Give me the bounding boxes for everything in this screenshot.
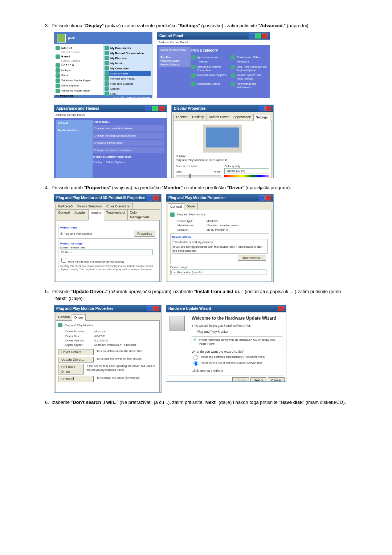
- cancel-button[interactable]: Cancel: [268, 377, 285, 382]
- monitor-icon: [58, 323, 62, 327]
- resolution-slider[interactable]: [176, 175, 221, 177]
- close-icon[interactable]: [262, 33, 268, 39]
- monitor-tab-dialog: Plug and Play Monitor and 3D Prophet III…: [54, 194, 162, 282]
- hide-modes-checkbox[interactable]: [61, 258, 66, 263]
- color-quality-select[interactable]: Highest (32 bit): [224, 168, 269, 174]
- cp2-sidebar: See Also Troubleshooters: [56, 120, 93, 178]
- cd-icon: 💿: [193, 338, 197, 342]
- pnp-general-dialog: Plug and Play Monitor Properties General…: [166, 194, 274, 282]
- appearance-title: Appearance and Themes: [56, 106, 99, 111]
- display-properties-dialog: Display Properties Themes Desktop Screen…: [171, 105, 274, 178]
- folder-options-icon[interactable]: Folder Options: [106, 161, 124, 164]
- tab-monitor[interactable]: Monitor: [88, 210, 104, 220]
- step-4-text: 4. Pritisnite gumb "Properties" (svojstv…: [45, 185, 356, 191]
- uninstall-button[interactable]: Uninstall: [58, 376, 94, 382]
- addressbar: Address Control Panel: [157, 40, 270, 45]
- control-panel-window: Control Panel Address Control Panel Swit…: [157, 32, 270, 98]
- task-resolution[interactable]: Change the screen resolution: [93, 147, 164, 153]
- task-background[interactable]: Change the desktop background: [93, 133, 164, 139]
- radio-auto[interactable]: Install the software automatically (Reco…: [192, 355, 282, 360]
- step-6-text: 6. Izaberite "Don't search ,I will.." (N…: [45, 399, 356, 406]
- start-left-column: Internet Internet Explorer E-mail Outloo…: [54, 44, 103, 95]
- display-tabs[interactable]: Themes Desktop Screen Saver Appearance S…: [173, 114, 272, 121]
- maximize-icon[interactable]: [255, 33, 261, 39]
- roll-back-button[interactable]: Roll Back Driver: [58, 364, 84, 374]
- update-driver-button[interactable]: Update Driver...: [58, 357, 94, 363]
- back-button: < Back: [232, 377, 249, 382]
- display-name: Plug and Play Monitor on 3D Prophet III: [176, 158, 269, 162]
- troubleshoot-button[interactable]: Troubleshoot...: [238, 255, 266, 261]
- control-panel-item[interactable]: Control Panel: [105, 71, 151, 76]
- wizard-icon: [170, 316, 185, 331]
- tab-driver[interactable]: Driver: [72, 314, 86, 321]
- monitor-icon: [170, 212, 175, 217]
- pick-a-task: Pick a task...: [93, 120, 164, 124]
- start-username: park: [68, 36, 75, 41]
- tab-settings[interactable]: Settings: [253, 114, 270, 121]
- display-icon[interactable]: Display: [93, 161, 102, 164]
- control-panel-title: Control Panel: [159, 33, 183, 39]
- properties-button[interactable]: Properties: [134, 231, 155, 237]
- monitor-tab-title: Plug and Play Monitor and 3D Prophet III…: [56, 195, 145, 200]
- device-usage-select[interactable]: Use this device (enable): [170, 270, 266, 275]
- minimize-icon[interactable]: [249, 33, 254, 39]
- hardware-update-wizard: Hardware Update Wizard Welcome to the Ha…: [166, 305, 286, 382]
- cp-heading: Pick a category: [191, 48, 268, 53]
- start-right-column: My Documents My Recent Documents ▸ My Pi…: [103, 44, 152, 95]
- or-pick-icon: or pick a Control Panel icon: [93, 155, 164, 159]
- cp-sidebar: Switch to Classic View See Also Windows …: [159, 47, 191, 67]
- radio-list[interactable]: Install from a list or specific location…: [192, 361, 282, 366]
- refresh-rate-select[interactable]: 60 Hertz: [60, 250, 153, 255]
- driver-tab-dialog: Plug and Play Monitor Properties General…: [54, 305, 162, 393]
- task-theme[interactable]: Change the computer's theme: [93, 125, 164, 131]
- wizard-heading: Welcome to the Hardware Update Wizard: [192, 315, 282, 321]
- appearance-themes-window: Appearance and Themes Address Control Pa…: [54, 105, 167, 178]
- step-5-text: 5. Pritisnite "Update Driver.." (ažurira…: [45, 288, 356, 301]
- monitor-preview: [203, 125, 242, 153]
- step-3-text: 3. Pritisnite ikonu "Display" (prikaz) i…: [45, 23, 356, 29]
- task-screensaver[interactable]: Choose a screen saver: [93, 140, 164, 146]
- cp-categories: Appearance and Themes Printers and Other…: [191, 55, 268, 89]
- tab-general[interactable]: General: [168, 203, 184, 210]
- next-button[interactable]: Next >: [250, 377, 266, 382]
- display-properties-title: Display Properties: [174, 106, 206, 111]
- start-menu-screenshot: park Internet Internet Explorer E-mail O…: [54, 32, 152, 98]
- avatar: [57, 34, 66, 42]
- driver-details-button[interactable]: Driver Details...: [58, 349, 94, 355]
